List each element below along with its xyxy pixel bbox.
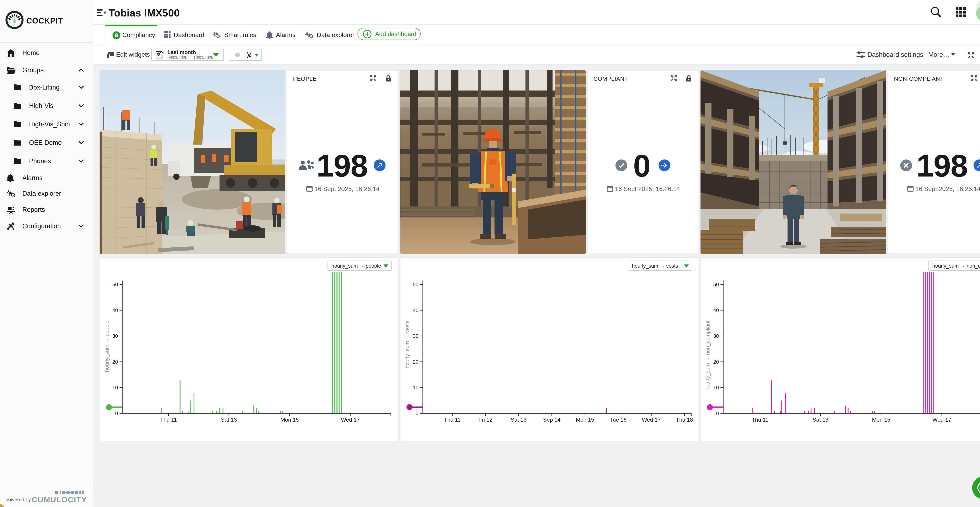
svg-text:Mon 15: Mon 15	[872, 417, 890, 423]
svg-text:0: 0	[416, 410, 418, 416]
svg-text:Sat 13: Sat 13	[221, 417, 237, 423]
svg-text:Wed 17: Wed 17	[341, 417, 360, 423]
svg-text:Thu 11: Thu 11	[160, 417, 177, 423]
svg-text:Sep 14: Sep 14	[543, 417, 560, 423]
svg-text:Tue 16: Tue 16	[610, 417, 627, 423]
svg-text:50: 50	[112, 281, 118, 288]
svg-text:20: 20	[112, 359, 118, 365]
svg-text:Sat 13: Sat 13	[813, 417, 829, 423]
svg-text:20: 20	[413, 359, 418, 365]
svg-text:CUMULOCITY: CUMULOCITY	[32, 496, 87, 504]
svg-text:50: 50	[713, 281, 719, 288]
svg-text:Wed 17: Wed 17	[932, 417, 951, 423]
svg-text:Wed 17: Wed 17	[642, 417, 661, 423]
svg-text:Thu 11: Thu 11	[752, 417, 768, 423]
svg-text:10: 10	[413, 385, 418, 391]
svg-text:30: 30	[413, 333, 418, 339]
svg-text:Thu 11: Thu 11	[444, 417, 461, 423]
svg-text:30: 30	[112, 333, 118, 339]
svg-text:Mon 15: Mon 15	[576, 417, 594, 423]
svg-text:Fri 12: Fri 12	[479, 417, 493, 423]
svg-text:40: 40	[713, 307, 719, 313]
svg-text:10: 10	[112, 385, 118, 391]
svg-text:30: 30	[713, 333, 719, 339]
svg-text:10: 10	[713, 385, 719, 391]
svg-text:40: 40	[413, 307, 418, 313]
svg-text:40: 40	[112, 307, 118, 313]
svg-text:50: 50	[413, 281, 418, 288]
svg-text:20: 20	[713, 359, 719, 365]
svg-text:Mon 15: Mon 15	[280, 417, 299, 423]
svg-text:Sat 13: Sat 13	[511, 417, 527, 423]
svg-text:0: 0	[716, 410, 719, 416]
svg-text:0: 0	[115, 410, 118, 416]
svg-text:Thu 18: Thu 18	[676, 417, 693, 423]
